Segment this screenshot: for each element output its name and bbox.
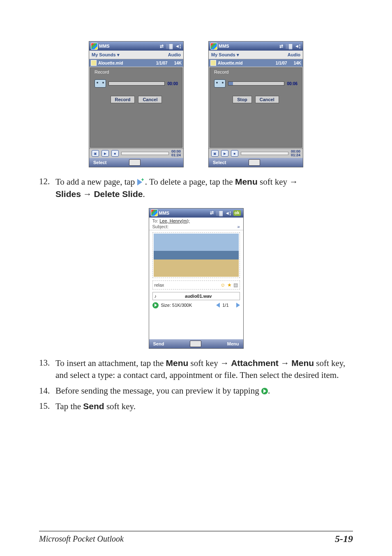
arrow-icon: → bbox=[220, 358, 229, 368]
favorite-icon[interactable]: ★ bbox=[227, 282, 232, 288]
file-size: 14K bbox=[174, 61, 182, 65]
status-icons: ⇄ ░▓ ◄¦ ok bbox=[210, 210, 243, 216]
menu-label: Menu bbox=[291, 358, 314, 368]
smiley-icon[interactable]: ☺ bbox=[220, 282, 225, 288]
cancel-button[interactable]: Cancel bbox=[255, 96, 279, 103]
file-name: Alouette.mid bbox=[98, 61, 123, 65]
file-date: 1/1/07 bbox=[156, 61, 168, 65]
cassette-icon bbox=[214, 79, 226, 88]
step14-text-a: Before sending the message, you can prev… bbox=[55, 386, 261, 396]
arrow-icon: → bbox=[83, 189, 92, 199]
footer-page-number: 5-19 bbox=[335, 533, 353, 544]
status-bar: Size: 51K/300K 1/1 bbox=[149, 301, 243, 309]
new-page-icon bbox=[137, 179, 142, 185]
audio-slot[interactable]: ♪ audio01.wav bbox=[152, 292, 240, 300]
phone-compose: MMS ⇄ ░▓ ◄¦ ok To: Lee, Henry(m); Subjec… bbox=[149, 208, 244, 349]
card-icon[interactable]: ▤ bbox=[233, 282, 238, 288]
size-label: Size: 51K/300K bbox=[161, 303, 192, 308]
arrow-icon: → bbox=[289, 177, 298, 186]
softkey-menu[interactable]: Menu bbox=[227, 341, 239, 346]
footer-rule bbox=[39, 531, 353, 531]
phone-record-idle: MMS ⇄ ░▓ ◄¦ My Sounds ▾ Audio Alouette.m… bbox=[89, 41, 184, 167]
keyboard-icon[interactable] bbox=[129, 159, 141, 166]
sync-icon: ⇄ bbox=[210, 210, 214, 215]
slides-label: Slides bbox=[55, 189, 81, 199]
sync-icon: ⇄ bbox=[279, 44, 283, 49]
mms-icon[interactable]: ▣ bbox=[92, 150, 99, 157]
prev-page-icon[interactable] bbox=[216, 303, 220, 308]
softkey-select[interactable]: Select bbox=[93, 160, 106, 165]
keyboard-icon[interactable] bbox=[190, 341, 201, 347]
stop-icon[interactable]: ■ bbox=[111, 150, 119, 157]
arrow-icon: → bbox=[281, 358, 289, 368]
step13-text-b: soft key bbox=[191, 358, 220, 368]
step15-text-a: Tap the bbox=[55, 401, 83, 411]
start-icon[interactable] bbox=[91, 43, 98, 50]
audio-file-name: audio01.wav bbox=[159, 294, 238, 299]
cassette-icon bbox=[95, 79, 106, 88]
softkey-bar: Send Menu bbox=[149, 339, 243, 348]
category-right: Audio bbox=[168, 52, 181, 57]
file-size: 14K bbox=[294, 61, 301, 65]
record-progress bbox=[108, 81, 165, 86]
record-time: 00:00 bbox=[167, 81, 178, 86]
play-icon[interactable]: ▶ bbox=[221, 150, 228, 157]
softkey-send[interactable]: Send bbox=[153, 341, 164, 346]
panel-title: Record bbox=[214, 70, 297, 74]
category-dropdown[interactable]: My Sounds ▾ bbox=[92, 52, 120, 58]
player-slider[interactable] bbox=[121, 152, 169, 155]
signal-icon: ░▓ bbox=[216, 211, 223, 215]
speaker-icon: ◄¦ bbox=[295, 44, 300, 49]
softkey-select[interactable]: Select bbox=[213, 160, 226, 165]
file-row[interactable]: Alouette.mid 1/1/07 14K bbox=[89, 59, 183, 67]
image-slot[interactable] bbox=[152, 232, 240, 278]
record-button[interactable]: Record bbox=[111, 96, 135, 103]
category-right: Audio bbox=[288, 52, 300, 57]
music-note-icon bbox=[210, 60, 216, 66]
ok-button[interactable]: ok bbox=[233, 210, 241, 216]
text-content: relax bbox=[154, 283, 164, 287]
category-dropdown[interactable]: My Sounds ▾ bbox=[211, 52, 239, 58]
text-slot[interactable]: relax ☺ ★ ▤ bbox=[152, 280, 240, 290]
stop-button[interactable]: Stop bbox=[233, 96, 251, 103]
new-page-icon[interactable] bbox=[236, 303, 240, 308]
period: . bbox=[143, 189, 145, 199]
stop-icon[interactable]: ■ bbox=[231, 150, 238, 157]
menu-label: Menu bbox=[235, 177, 258, 186]
record-phones-row: MMS ⇄ ░▓ ◄¦ My Sounds ▾ Audio Alouette.m… bbox=[39, 41, 353, 167]
keyboard-icon[interactable] bbox=[249, 159, 260, 166]
player-time: 00:00 01:24 bbox=[171, 150, 181, 157]
step13-text-a: To insert an attachment, tap the bbox=[55, 358, 166, 368]
title-bar: MMS ⇄ ░▓ ◄¦ bbox=[209, 42, 303, 51]
footer-title: Microsoft Pocket Outlook bbox=[39, 534, 124, 544]
to-field[interactable]: To: Lee, Henry(m); bbox=[149, 218, 243, 224]
mms-icon[interactable]: ▣ bbox=[211, 150, 219, 157]
step-15: 15. Tap the Send soft key. bbox=[39, 400, 353, 412]
play-icon[interactable]: ▶ bbox=[101, 150, 109, 157]
status-icons: ⇄ ░▓ ◄¦ bbox=[160, 44, 183, 49]
player-slider[interactable] bbox=[241, 152, 288, 155]
speaker-icon: ◄¦ bbox=[225, 211, 231, 215]
preview-play-icon bbox=[261, 388, 268, 394]
step-number: 14. bbox=[39, 385, 55, 397]
title-bar: MMS ⇄ ░▓ ◄¦ ok bbox=[149, 208, 243, 218]
delete-slide-label: Delete Slide bbox=[94, 189, 143, 199]
step12-text-a: To add a new page, tap bbox=[55, 177, 137, 187]
step-number: 13. bbox=[39, 357, 55, 382]
cancel-button[interactable]: Cancel bbox=[138, 96, 162, 103]
file-date: 1/1/07 bbox=[276, 61, 287, 65]
attachment-label: Attachment bbox=[231, 358, 279, 368]
file-name: Alouette.mid bbox=[218, 61, 243, 65]
music-note-icon: ♪ bbox=[154, 294, 157, 299]
file-row[interactable]: Alouette.mid 1/1/07 14K bbox=[209, 59, 303, 67]
page-indicator: 1/1 bbox=[222, 303, 228, 308]
subject-field[interactable]: Subject: » bbox=[149, 224, 243, 230]
step-12: 12. To add a new page, tap . To delete a… bbox=[39, 176, 353, 201]
signal-icon: ░▓ bbox=[286, 44, 292, 49]
start-icon[interactable] bbox=[210, 43, 217, 50]
start-icon[interactable] bbox=[151, 209, 158, 216]
expand-icon[interactable]: » bbox=[237, 224, 240, 229]
preview-play-icon[interactable] bbox=[152, 302, 159, 308]
send-label: Send bbox=[83, 401, 104, 411]
record-progress bbox=[228, 81, 284, 86]
